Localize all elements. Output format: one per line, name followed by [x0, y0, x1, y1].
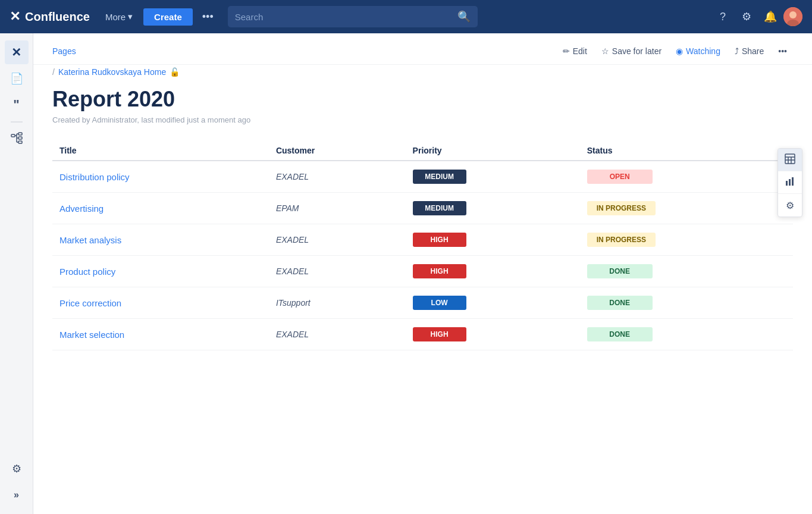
help-button[interactable]: ? [712, 6, 733, 27]
search-icon: 🔍 [457, 10, 471, 23]
save-for-later-button[interactable]: ☆ Save for later [595, 43, 667, 59]
status-badge: IN PROGRESS [587, 201, 656, 215]
svg-rect-4 [18, 133, 22, 135]
more-label: More [105, 12, 126, 22]
row-title-link[interactable]: Market selection [59, 330, 124, 340]
table-icon [785, 153, 795, 167]
cell-customer: ITsupport [269, 287, 406, 319]
cell-status: IN PROGRESS [580, 193, 793, 224]
cell-customer: EPAM [269, 193, 406, 224]
svg-rect-17 [786, 181, 788, 186]
svg-rect-19 [792, 177, 794, 186]
search-input[interactable] [235, 12, 453, 22]
cell-title: Price correction [52, 287, 269, 319]
status-badge: DONE [587, 327, 653, 341]
col-status: Status [580, 141, 793, 161]
cell-title: Market analysis [52, 224, 269, 256]
ellipsis-icon: ••• [202, 11, 214, 23]
search-bar: 🔍 [228, 6, 478, 27]
star-icon: ☆ [601, 46, 609, 56]
status-badge: IN PROGRESS [587, 233, 656, 247]
logo-icon: ✕ [10, 9, 20, 24]
sidebar-item-settings[interactable]: ⚙ [5, 457, 29, 481]
sidebar-item-pages[interactable]: 📄 [5, 67, 29, 90]
confluence-logo[interactable]: ✕ Confluence [10, 9, 90, 24]
table-row: Market selection EXADEL HIGH DONE [52, 319, 793, 350]
page-more-button[interactable]: ••• [772, 43, 793, 59]
row-title-link[interactable]: Product policy [59, 267, 115, 277]
share-button[interactable]: ⤴ Share [729, 43, 770, 59]
chevron-down-icon: ▾ [128, 11, 133, 22]
main-layout: ✕ 📄 " [0, 33, 812, 514]
logo-text: Confluence [25, 10, 90, 24]
cell-status: DONE [580, 319, 793, 350]
help-icon: ? [720, 11, 726, 23]
cell-priority: LOW [406, 287, 580, 319]
chart-view-button[interactable] [778, 171, 802, 194]
user-avatar[interactable] [783, 7, 802, 26]
page-header: Pages ✏ Edit ☆ Save for later ◉ Watching… [33, 33, 812, 65]
row-title-link[interactable]: Price correction [59, 298, 121, 308]
create-button[interactable]: Create [143, 8, 193, 26]
svg-rect-3 [11, 134, 15, 137]
share-icon: ⤴ [735, 46, 739, 56]
more-button[interactable]: More ▾ [99, 8, 139, 26]
eye-icon: ◉ [676, 46, 683, 56]
page-title-area: Report 2020 Created by Administrator, la… [33, 77, 812, 127]
table-row: Advertising EPAM MEDIUM IN PROGRESS [52, 193, 793, 224]
parent-page-link[interactable]: Katerina Rudkovskaya Home [58, 67, 166, 77]
quote-icon: " [13, 97, 19, 112]
priority-badge: HIGH [413, 264, 466, 278]
cell-status: DONE [580, 287, 793, 319]
svg-point-1 [789, 11, 797, 18]
table-row: Market analysis EXADEL HIGH IN PROGRESS [52, 224, 793, 256]
status-badge: DONE [587, 264, 653, 278]
link-tree-icon [11, 132, 23, 147]
sidebar-bottom: ⚙ » [5, 457, 29, 514]
sidebar-item-expand[interactable]: » [5, 483, 29, 507]
svg-rect-12 [785, 154, 795, 164]
data-table: Title Customer Priority Status Distribut… [52, 141, 793, 350]
row-title-link[interactable]: Distribution policy [59, 172, 130, 182]
watching-button[interactable]: ◉ Watching [670, 43, 726, 59]
priority-badge: MEDIUM [413, 170, 466, 184]
cell-customer: EXADEL [269, 161, 406, 193]
table-view-button[interactable] [778, 149, 802, 171]
col-priority: Priority [406, 141, 580, 161]
table-row: Product policy EXADEL HIGH DONE [52, 256, 793, 287]
pencil-icon: ✏ [563, 46, 570, 56]
pages-breadcrumb-link[interactable]: Pages [52, 46, 76, 56]
main-content: Pages ✏ Edit ☆ Save for later ◉ Watching… [33, 33, 812, 514]
notifications-button[interactable]: 🔔 [760, 6, 781, 27]
cell-status: OPEN [580, 161, 793, 193]
more-options-button[interactable]: ••• [197, 7, 218, 27]
gear-icon: ⚙ [786, 200, 794, 211]
priority-badge: HIGH [413, 327, 466, 341]
cell-customer: EXADEL [269, 224, 406, 256]
cell-title: Market selection [52, 319, 269, 350]
cell-priority: MEDIUM [406, 161, 580, 193]
nav-right-icons: ? ⚙ 🔔 [712, 6, 802, 27]
priority-badge: LOW [413, 296, 466, 310]
sidebar-item-quotes[interactable]: " [5, 93, 29, 117]
cell-priority: HIGH [406, 224, 580, 256]
edit-button[interactable]: ✏ Edit [557, 43, 593, 59]
floating-toolbar: ⚙ [777, 148, 802, 217]
top-navigation: ✕ Confluence More ▾ Create ••• 🔍 ? ⚙ 🔔 [0, 0, 812, 33]
config-button[interactable]: ⚙ [778, 194, 802, 217]
row-title-link[interactable]: Market analysis [59, 235, 121, 245]
status-badge: DONE [587, 296, 653, 310]
ellipsis-icon: ••• [778, 46, 787, 56]
cell-title: Product policy [52, 256, 269, 287]
page-header-actions: ✏ Edit ☆ Save for later ◉ Watching ⤴ Sha… [557, 43, 793, 59]
svg-rect-5 [18, 137, 22, 139]
settings-button[interactable]: ⚙ [736, 6, 757, 27]
cell-customer: EXADEL [269, 319, 406, 350]
status-badge: OPEN [587, 170, 653, 184]
sidebar-divider [11, 121, 23, 123]
sidebar-item-links[interactable] [5, 127, 29, 151]
sidebar-item-home[interactable]: ✕ [5, 40, 29, 64]
breadcrumb: / Katerina Rudkovskaya Home 🔓 [33, 65, 812, 77]
row-title-link[interactable]: Advertising [59, 203, 104, 214]
cell-priority: MEDIUM [406, 193, 580, 224]
